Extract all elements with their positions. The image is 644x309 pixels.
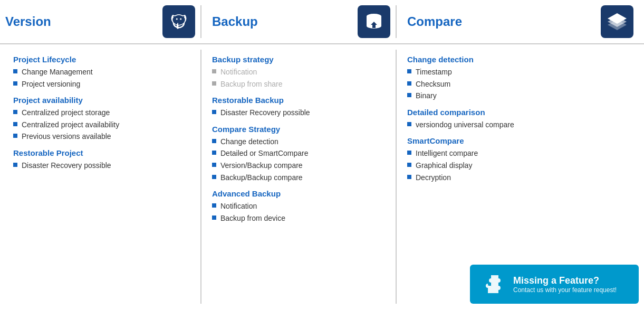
missing-feature-text: Missing a Feature? Contact us with your … [513, 275, 617, 294]
list-item-text: Graphical display [416, 161, 472, 171]
list-item: Backup from share [212, 79, 388, 90]
bullet-list-version-col-2: Disaster Recovery possible [13, 161, 193, 171]
list-item: Centralized project storage [13, 108, 193, 118]
list-item: Notification [212, 67, 388, 78]
section-title-backup-col-0: Backup strategy [212, 55, 388, 64]
list-item-text: Version/Backup compare [220, 161, 303, 171]
bullet-icon [212, 163, 216, 167]
compare-header: Compare [396, 5, 639, 38]
section-title-version-col-2: Restorable Project [13, 148, 193, 157]
bullet-list-backup-col-1: Disaster Recovery possible [212, 108, 388, 118]
layers-icon [601, 5, 633, 38]
list-item-text: Intelligent compare [416, 148, 478, 159]
section-title-backup-col-1: Restorable Backup [212, 96, 388, 105]
section-title-backup-col-2: Compare Strategy [212, 125, 388, 134]
list-item-text: Previous versions available [22, 132, 111, 142]
bullet-list-compare-col-1: versiondog universal compare [407, 120, 631, 130]
bullet-list-compare-col-0: TimestampChecksumBinary [407, 67, 631, 101]
bullet-icon [13, 69, 17, 73]
bullet-icon [407, 151, 411, 155]
elephant-icon [162, 5, 195, 38]
section-title-version-col-1: Project availability [13, 96, 193, 105]
backup-column: Backup strategyNotificationBackup from s… [200, 50, 396, 304]
version-title: Version [5, 14, 162, 29]
bullet-list-compare-col-2: Intelligent compareGraphical displayDecr… [407, 148, 631, 183]
list-item: Decryption [407, 173, 631, 183]
svg-point-10 [180, 18, 181, 20]
list-item-text: Backup from device [220, 213, 285, 224]
list-item: Disaster Recovery possible [13, 161, 193, 171]
header-row: Version [0, 0, 644, 44]
bullet-list-version-col-0: Change ManagementProject versioning [13, 67, 193, 89]
bullet-icon [212, 203, 216, 208]
missing-feature-title: Missing a Feature? [513, 275, 617, 286]
bullet-icon [212, 81, 216, 86]
list-item: Backup/Backup compare [212, 173, 388, 183]
missing-feature-subtitle: Contact us with your feature request! [513, 286, 617, 294]
list-item: Notification [212, 201, 388, 212]
bullet-icon [212, 139, 216, 143]
list-item-text: Checksum [416, 79, 450, 90]
section-title-backup-col-3: Advanced Backup [212, 189, 388, 198]
list-item: Checksum [407, 79, 631, 90]
bullet-list-backup-col-3: NotificationBackup from device [212, 201, 388, 223]
list-item-text: Change Management [22, 67, 93, 78]
bullet-icon [13, 122, 17, 126]
page-wrapper: Version [0, 0, 644, 309]
backup-title: Backup [212, 14, 358, 29]
bullet-icon [407, 69, 411, 73]
list-item: Detailed or SmartCompare [212, 148, 388, 159]
bullet-list-version-col-1: Centralized project storageCentralized p… [13, 108, 193, 142]
compare-title: Compare [407, 14, 601, 29]
bullet-icon [212, 69, 216, 73]
bullet-icon [407, 81, 411, 86]
bullet-icon [212, 151, 216, 155]
list-item-text: Notification [220, 67, 257, 78]
list-item-text: Decryption [416, 173, 451, 183]
list-item-text: Binary [416, 91, 437, 101]
version-header: Version [5, 5, 200, 38]
list-item-text: Timestamp [416, 67, 452, 78]
bullet-icon [212, 110, 216, 114]
list-item-text: Centralized project storage [22, 108, 110, 118]
section-title-version-col-0: Project Lifecycle [13, 55, 193, 64]
list-item: Version/Backup compare [212, 161, 388, 171]
bullet-icon [212, 216, 216, 220]
list-item-text: versiondog universal compare [416, 120, 514, 130]
database-icon [358, 5, 390, 38]
bullet-icon [407, 122, 411, 126]
section-title-compare-col-1: Detailed comparison [407, 108, 631, 117]
bullet-icon [407, 175, 411, 179]
version-column: Project LifecycleChange ManagementProjec… [5, 50, 200, 304]
list-item: Disaster Recovery possible [212, 108, 388, 118]
list-item: Graphical display [407, 161, 631, 171]
list-item-text: Notification [220, 201, 257, 212]
bullet-icon [407, 163, 411, 167]
list-item-text: Detailed or SmartCompare [220, 148, 309, 159]
bullet-icon [13, 110, 17, 114]
bullet-icon [212, 175, 216, 179]
list-item-text: Disaster Recovery possible [220, 108, 310, 118]
svg-point-9 [176, 18, 178, 20]
list-item-text: Project versioning [22, 79, 80, 90]
list-item-text: Backup/Backup compare [220, 173, 303, 183]
bullet-list-backup-col-0: NotificationBackup from share [212, 67, 388, 89]
bullet-icon [13, 81, 17, 86]
backup-header: Backup [200, 5, 396, 38]
list-item: Change detection [212, 137, 388, 147]
section-title-compare-col-2: SmartCompare [407, 136, 631, 145]
list-item-text: Disaster Recovery possible [22, 161, 111, 171]
list-item: versiondog universal compare [407, 120, 631, 130]
bullet-list-backup-col-2: Change detectionDetailed or SmartCompare… [212, 137, 388, 183]
list-item: Binary [407, 91, 631, 101]
list-item: Previous versions available [13, 132, 193, 142]
list-item: Backup from device [212, 213, 388, 224]
list-item: Timestamp [407, 67, 631, 78]
database-svg [363, 11, 385, 32]
list-item: Centralized project availability [13, 120, 193, 130]
elephant-svg [168, 11, 189, 32]
bullet-icon [13, 134, 17, 138]
main-content: Version [0, 0, 644, 309]
missing-feature-banner[interactable]: Missing a Feature? Contact us with your … [470, 265, 639, 304]
layers-svg [607, 11, 628, 32]
